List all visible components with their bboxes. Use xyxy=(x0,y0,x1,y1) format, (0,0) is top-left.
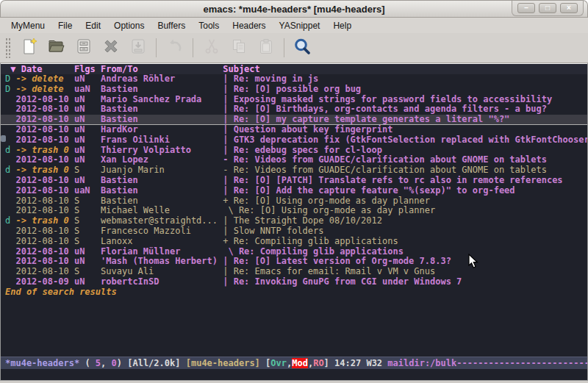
toolbar xyxy=(0,33,588,63)
search-button[interactable] xyxy=(289,35,316,60)
modeline-number: 5 xyxy=(96,358,101,368)
message-row[interactable]: 2012-08-10 uN Florian Müllner \ Re: Comp… xyxy=(1,247,587,257)
message-subject: | Re: Emacs for email: Rmail v VM v Gnus xyxy=(223,267,435,276)
message-from: 'Mash (Thomas Herbert) xyxy=(101,257,223,266)
end-of-search-results: End of search results xyxy=(1,287,587,298)
message-row-current[interactable]: 2012-08-10 uN Bastien | Re: [O] my captu… xyxy=(1,115,587,125)
toolbar-grip-handle[interactable] xyxy=(5,37,11,58)
message-subject: - Re: Videos from GUADEC/clarification a… xyxy=(223,165,547,175)
message-flags: uN xyxy=(74,95,101,104)
menu-tools[interactable]: Tools xyxy=(192,18,226,33)
menu-mymenu[interactable]: MyMenu xyxy=(4,18,51,33)
message-row[interactable]: 2012-08-09 uN robertcInSD | Re: Invoking… xyxy=(1,277,587,287)
modeline-maildir: maildir:/bulk xyxy=(387,358,456,368)
message-subject: | Re: [O] possible org bug xyxy=(223,85,361,94)
menu-options[interactable]: Options xyxy=(107,18,151,33)
scrollbar-thumb[interactable] xyxy=(1,135,6,142)
message-subject: | Re: edebug specs for cl-loop xyxy=(223,146,382,155)
cut-button xyxy=(198,35,225,60)
message-flags: S xyxy=(74,196,101,206)
message-date: 2012-08-10 xyxy=(5,104,74,114)
maximize-button[interactable]: □ xyxy=(539,3,556,13)
menu-yasnippet[interactable]: YASnippet xyxy=(273,18,327,33)
message-subject: | Re: [O] Latest version of Org-mode 7.8… xyxy=(223,257,451,266)
message-row[interactable]: 2012-08-10 uN Frans Oilinki | GTK3 depre… xyxy=(1,135,587,146)
message-row[interactable]: D -> delete uaN Bastien | Re: [O] possib… xyxy=(1,85,587,95)
message-row[interactable]: D -> delete uN Andreas Röhler | Re: movi… xyxy=(1,74,587,85)
modeline-plain: ( xyxy=(79,358,96,368)
message-from: Bastien xyxy=(101,115,223,124)
message-from: Frans Oilinki xyxy=(101,135,223,145)
message-row[interactable]: 2012-08-10 uaN Bastien | Re: [O] Add the… xyxy=(1,186,587,196)
menu-headers[interactable]: Headers xyxy=(226,18,272,33)
message-row[interactable]: 2012-08-10 uN HardKor | Question about k… xyxy=(1,125,587,135)
message-flags: S xyxy=(74,206,101,215)
message-row[interactable]: d -> trash 0 S webmaster@straightd... | … xyxy=(1,216,587,226)
new-file-icon xyxy=(20,37,39,59)
message-row[interactable]: 2012-08-10 uN Mario Sanchez Prada | Expo… xyxy=(1,95,587,105)
message-flags: S xyxy=(74,226,101,236)
delete-x-button[interactable] xyxy=(97,35,124,60)
new-file-button[interactable] xyxy=(15,35,43,60)
menu-buffers[interactable]: Buffers xyxy=(151,18,192,33)
mark-label: -> trash 0 xyxy=(10,146,74,155)
message-subject: \ Re: [O] Using org-mode as day planner xyxy=(223,206,435,215)
message-list: D -> delete uN Andreas Röhler | Re: movi… xyxy=(1,74,587,287)
minimize-button[interactable]: – xyxy=(517,3,535,13)
message-date: 2012-08-10 xyxy=(5,186,74,196)
menu-edit[interactable]: Edit xyxy=(79,18,107,33)
message-flags: uN xyxy=(74,257,101,266)
titlebar[interactable]: emacs: *mu4e-headers* [mu4e-headers] –□× xyxy=(0,0,588,18)
message-date: 2012-08-10 xyxy=(5,247,74,257)
message-row[interactable]: 2012-08-10 S Suvayu Ali | Re: Emacs for … xyxy=(1,267,587,277)
modeline-plain: [ xyxy=(260,358,270,368)
message-row[interactable]: 2012-08-10 S Bastien + Re: [O] Using org… xyxy=(1,196,587,207)
open-folder-icon xyxy=(47,37,66,59)
open-folder-button[interactable] xyxy=(43,35,70,60)
paste-button xyxy=(252,35,279,60)
message-from: Francesco Mazzoli xyxy=(101,226,223,236)
message-row[interactable]: d -> trash 0 S Juanjo Marin - Re: Videos… xyxy=(1,165,587,176)
column-flags: Flgs xyxy=(74,64,101,74)
message-row[interactable]: d -> trash 0 uN Thierry Volpiatto | Re: … xyxy=(1,146,587,156)
message-flags: uaN xyxy=(74,186,101,196)
echo-area-minibuffer[interactable] xyxy=(1,369,587,380)
message-flags: uN xyxy=(74,104,101,114)
message-date: 2012-08-10 xyxy=(5,196,74,206)
mu4e-headers-buffer: ▼ Date Flgs From/To Subject D -> delete … xyxy=(1,63,587,357)
message-flags: uN xyxy=(74,247,101,257)
message-date: 2012-08-10 xyxy=(5,115,74,124)
save-cabinet-icon xyxy=(74,37,93,59)
modeline-ovr: Ovr xyxy=(270,358,287,368)
menu-help[interactable]: Help xyxy=(326,18,358,33)
message-row[interactable]: 2012-08-10 uN Bastien | Re: [O] [PATCH] … xyxy=(1,176,587,186)
message-flags: S xyxy=(74,216,101,226)
message-row[interactable]: 2012-08-10 S Francesco Mazzoli | Slow NN… xyxy=(1,226,587,237)
message-date: 2012-08-10 xyxy=(5,135,74,145)
emacs-window: emacs: *mu4e-headers* [mu4e-headers] –□×… xyxy=(0,0,588,383)
message-row[interactable]: 2012-08-10 uN 'Mash (Thomas Herbert) | R… xyxy=(1,257,587,267)
paste-icon xyxy=(257,37,276,59)
headers-column-header: ▼ Date Flgs From/To Subject xyxy=(1,64,587,74)
close-button[interactable]: × xyxy=(560,3,578,13)
modeline-plain: [All/2.0k] xyxy=(127,358,185,368)
message-row[interactable]: 2012-08-10 uN Xan Lopez - Re: Videos fro… xyxy=(1,155,587,165)
message-date: 2012-08-10 xyxy=(5,257,74,266)
message-row[interactable]: 2012-08-10 S Lanoxx + Re: Compiling glib… xyxy=(1,237,587,247)
search-icon xyxy=(293,37,312,60)
save-cabinet-button[interactable] xyxy=(70,35,97,60)
message-row[interactable]: 2012-08-10 S Michael Welle \ Re: [O] Usi… xyxy=(1,206,587,216)
menu-file[interactable]: File xyxy=(51,18,79,33)
message-row[interactable]: 2012-08-10 uN Bastien | Re: [O] Birthday… xyxy=(1,104,587,115)
message-from: Thierry Volpiatto xyxy=(101,146,223,155)
message-from: Juanjo Marin xyxy=(101,165,223,175)
message-subject: | Re: [O] my capture template generates … xyxy=(223,115,509,124)
modeline-plain: 14:27 W32 xyxy=(334,358,387,368)
message-from: Bastien xyxy=(101,104,223,114)
frame-body: ▼ Date Flgs From/To Subject D -> delete … xyxy=(0,63,588,380)
message-flags: uN xyxy=(74,146,101,155)
message-from: Bastien xyxy=(101,176,223,185)
message-subject: + Re: [O] Using org-mode as day planner xyxy=(223,196,430,206)
message-date: 2012-08-10 xyxy=(5,206,74,215)
modeline-number: 0 xyxy=(112,358,117,368)
